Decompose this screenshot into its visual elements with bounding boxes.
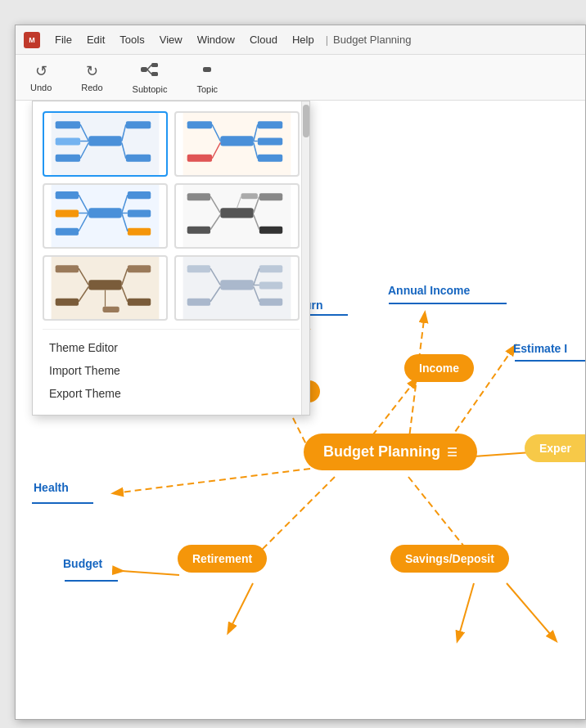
estimate-label: Estimate I [513,342,567,355]
annual-income-label: Annual Income [388,284,470,297]
center-node-menu-icon: ☰ [447,446,458,459]
svg-rect-71 [241,193,258,199]
menu-file[interactable]: File [48,32,79,47]
svg-rect-42 [187,155,212,162]
svg-rect-91 [187,265,210,272]
svg-text:M: M [29,36,35,44]
svg-rect-78 [88,280,122,290]
window-title: Budget Planning [333,34,411,46]
menu-cloud[interactable]: Cloud [243,32,284,47]
svg-line-19 [458,583,474,640]
menu-window[interactable]: Window [191,32,241,47]
svg-line-15 [474,452,531,456]
toolbar: ↺ Undo ↻ Redo Subtopic [16,55,585,101]
menu-view[interactable]: View [153,32,189,47]
svg-rect-37 [56,137,80,145]
svg-line-14 [114,469,310,493]
theme-scrollbar-thumb [303,105,309,137]
center-node-label: Budget Planning [323,443,440,461]
theme-thumb-1[interactable] [43,111,168,177]
svg-rect-32 [126,155,151,162]
subtopic-label: Subtopic [133,84,168,94]
canvas-area: Theme Editor Import Theme Export Theme B… [16,101,585,719]
svg-rect-43 [258,121,282,128]
savings-label: Savings/Deposit [405,552,494,565]
income-label: Income [419,362,459,375]
svg-rect-7 [203,67,211,72]
svg-rect-58 [128,228,151,236]
menu-separator: | [322,34,331,46]
svg-rect-45 [258,137,282,145]
savings-node[interactable]: Savings/Deposit [390,545,509,573]
svg-rect-52 [88,208,122,218]
topic-button[interactable]: Topic [190,58,224,97]
theme-thumb-4[interactable] [174,183,300,249]
svg-line-12 [253,477,335,559]
center-node[interactable]: Budget Planning ☰ [304,434,477,470]
svg-rect-55 [56,228,79,236]
svg-rect-30 [56,155,80,162]
svg-rect-54 [56,209,79,217]
svg-rect-29 [56,121,80,128]
svg-rect-90 [220,280,254,290]
menu-bar: File Edit Tools View Window Cloud Help |… [48,32,577,47]
topic-label: Topic [196,84,218,94]
undo-label: Undo [30,83,52,92]
svg-line-6 [147,70,151,74]
redo-label: Redo [81,83,102,92]
theme-thumb-5[interactable] [43,255,168,321]
svg-rect-4 [151,72,158,76]
menu-edit[interactable]: Edit [80,32,111,47]
svg-rect-70 [259,227,282,234]
svg-rect-87 [102,307,119,312]
svg-rect-68 [187,227,210,234]
theme-editor-item[interactable]: Theme Editor [43,336,300,359]
exper-node[interactable]: Exper [525,434,585,462]
export-theme-item[interactable]: Export Theme [43,382,300,405]
svg-rect-92 [187,299,210,306]
theme-thumb-2[interactable] [174,111,300,177]
svg-rect-56 [128,191,151,199]
svg-rect-80 [56,299,79,306]
svg-rect-81 [128,265,151,272]
svg-rect-3 [151,63,158,67]
redo-button[interactable]: ↻ Redo [74,59,109,96]
retirement-node[interactable]: Retirement [178,545,267,573]
app-logo: M [24,32,40,48]
topic-icon [197,61,217,82]
app-window: M File Edit Tools View Window Cloud Help… [15,25,586,720]
svg-rect-41 [187,121,212,128]
menu-tools[interactable]: Tools [113,32,151,47]
title-bar: M File Edit Tools View Window Cloud Help… [16,25,585,55]
svg-rect-57 [128,209,151,217]
theme-scrollbar[interactable] [301,101,309,415]
svg-rect-67 [187,193,210,200]
theme-menu-items: Theme Editor Import Theme Export Theme [43,329,300,405]
svg-rect-93 [259,265,282,272]
svg-rect-94 [259,299,282,306]
budget-label: Budget [63,557,102,570]
theme-grid [43,111,300,321]
theme-picker: Theme Editor Import Theme Export Theme [32,101,310,416]
subtopic-icon [140,61,160,82]
redo-icon: ↻ [86,62,98,80]
svg-rect-2 [141,67,147,72]
svg-line-17 [122,571,179,575]
import-theme-item[interactable]: Import Theme [43,359,300,382]
svg-rect-79 [56,265,79,272]
svg-rect-40 [220,136,254,146]
svg-line-20 [228,583,253,632]
svg-line-18 [507,583,556,640]
subtopic-button[interactable]: Subtopic [126,58,174,97]
theme-thumb-3[interactable] [43,183,168,249]
svg-rect-28 [88,136,122,146]
svg-rect-95 [259,281,282,289]
income-node[interactable]: Income [404,354,474,382]
undo-icon: ↺ [35,62,47,80]
health-label: Health [34,481,69,494]
theme-thumb-6[interactable] [174,255,300,321]
menu-help[interactable]: Help [286,32,321,47]
svg-line-5 [147,65,151,70]
undo-button[interactable]: ↺ Undo [24,59,58,96]
svg-rect-31 [126,121,151,128]
